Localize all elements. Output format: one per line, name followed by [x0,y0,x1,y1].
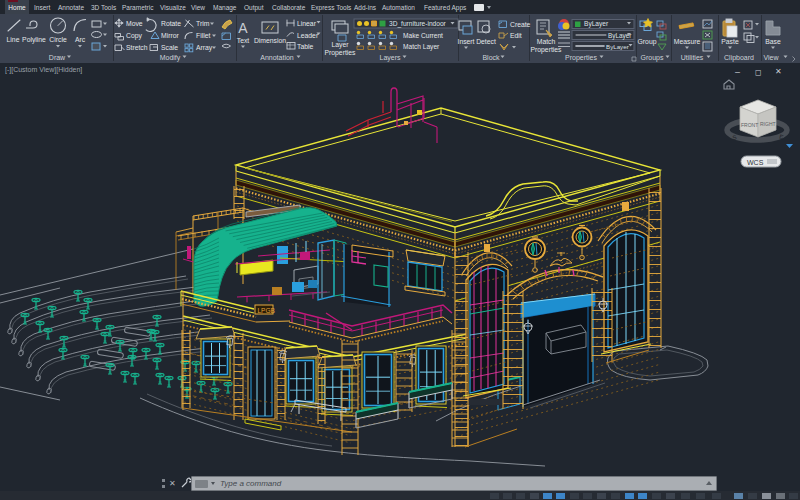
svg-text:Layers: Layers [379,54,401,62]
svg-text:ByLayer: ByLayer [606,43,629,50]
svg-text:Create: Create [510,21,531,28]
svg-text:Edit: Edit [510,32,522,39]
svg-text:Move: Move [126,20,143,27]
svg-text:Circle: Circle [49,36,67,43]
svg-text:Annotation: Annotation [260,54,294,61]
svg-text:Dimension: Dimension [254,37,286,44]
svg-text:Detect: Detect [476,38,496,45]
svg-text:Measure: Measure [674,38,701,45]
svg-text:Clipboard: Clipboard [724,54,754,62]
svg-text:Draw: Draw [49,54,66,61]
svg-text:Rotate: Rotate [161,20,181,27]
svg-text:Fillet: Fillet [196,32,210,39]
svg-text:Properties: Properties [565,54,597,62]
svg-text:Block: Block [482,54,500,61]
svg-text:Scale: Scale [161,44,178,51]
svg-text:Modify: Modify [160,54,181,62]
svg-text:Arc: Arc [75,36,86,43]
svg-text:E: E [779,134,784,141]
svg-text:Groups: Groups [641,54,664,62]
svg-text:Trim: Trim [196,20,210,27]
svg-text:Mirror: Mirror [161,32,179,39]
svg-text:3D_furniture-indoor: 3D_furniture-indoor [389,20,447,28]
svg-text:Properties: Properties [531,46,563,54]
svg-text:Stretch: Stretch [126,44,148,51]
svg-text:Copy: Copy [126,32,142,40]
svg-text:Array: Array [196,44,213,52]
svg-text:ByLayer: ByLayer [584,20,609,28]
svg-text:LPGB: LPGB [258,307,275,314]
svg-text:Match: Match [537,38,556,45]
svg-text:Base: Base [765,38,781,45]
svg-text:WCS: WCS [747,159,764,166]
svg-text:Properties: Properties [325,49,357,57]
svg-text:Match Layer: Match Layer [403,43,440,51]
svg-text:Make Current: Make Current [403,32,443,39]
svg-text:Text: Text [237,37,250,44]
svg-text:Paste: Paste [721,38,739,45]
svg-text:Polyline: Polyline [22,36,46,44]
svg-text:A: A [238,20,248,36]
svg-text:Group: Group [638,38,657,46]
svg-text:Line: Line [7,36,20,43]
svg-text:Insert: Insert [458,38,475,45]
svg-text:Layer: Layer [331,41,349,49]
svg-text:Table: Table [297,43,313,50]
svg-text:Utilities: Utilities [681,54,704,61]
svg-text:Leader: Leader [297,32,319,39]
svg-text:FRONT: FRONT [741,122,758,128]
svg-text:RIGHT: RIGHT [760,121,776,127]
svg-text:Linear: Linear [297,20,317,27]
svg-text:View: View [763,54,779,61]
